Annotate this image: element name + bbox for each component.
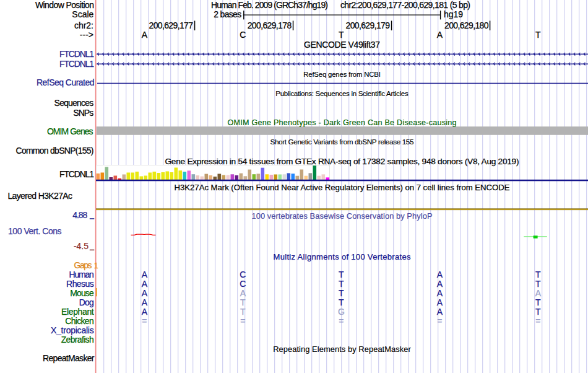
svg-text:Publications: Sequences in Sci: Publications: Sequences in Scientific Ar… xyxy=(275,89,409,97)
svg-text:G: G xyxy=(338,307,345,317)
svg-text:A: A xyxy=(142,270,148,279)
svg-text:200,629,178: 200,629,178 xyxy=(248,20,292,30)
svg-text:T: T xyxy=(339,288,344,298)
svg-text:T: T xyxy=(535,30,541,40)
svg-text:hg19: hg19 xyxy=(444,9,463,19)
svg-text:A: A xyxy=(437,30,443,40)
svg-text:Repeating Elements by RepeatMa: Repeating Elements by RepeatMasker xyxy=(273,344,411,354)
svg-text:=: = xyxy=(535,316,540,326)
svg-text:200,629,179: 200,629,179 xyxy=(346,20,391,30)
svg-text:T: T xyxy=(535,270,541,279)
svg-text:Short Genetic Variants from db: Short Genetic Variants from dbSNP releas… xyxy=(270,138,414,146)
svg-text:A: A xyxy=(142,297,148,307)
svg-text:Scale: Scale xyxy=(72,9,93,19)
svg-text:A: A xyxy=(437,270,443,279)
svg-text:Window Position: Window Position xyxy=(35,0,94,10)
svg-text:T: T xyxy=(240,307,246,317)
svg-text:Sequences: Sequences xyxy=(54,98,94,108)
svg-text:T: T xyxy=(535,297,541,307)
svg-text:200,629,177: 200,629,177 xyxy=(149,20,194,30)
svg-text:C: C xyxy=(240,279,246,289)
svg-text:T: T xyxy=(339,279,344,289)
svg-text:100 Vert. Cons: 100 Vert. Cons xyxy=(8,226,62,236)
svg-text:A: A xyxy=(437,307,443,317)
svg-text:A: A xyxy=(142,30,148,40)
svg-text:OMIM Genes: OMIM Genes xyxy=(47,126,93,136)
svg-text:OMIM Gene Phenotypes - Dark Gr: OMIM Gene Phenotypes - Dark Green Can Be… xyxy=(228,118,457,127)
svg-text:A: A xyxy=(240,288,246,298)
svg-text:T: T xyxy=(339,297,344,307)
svg-text:Rhesus: Rhesus xyxy=(66,279,94,289)
svg-text:Human: Human xyxy=(69,270,94,279)
svg-text:T: T xyxy=(339,270,344,279)
svg-text:chr2:: chr2: xyxy=(74,20,93,30)
svg-text:2 bases: 2 bases xyxy=(214,9,241,19)
svg-text:GENCODE V49lift37: GENCODE V49lift37 xyxy=(304,40,380,50)
svg-text:C: C xyxy=(240,270,246,279)
svg-text:=: = xyxy=(142,316,147,326)
svg-text:A: A xyxy=(142,307,148,317)
svg-text:100 vertebrates Basewise Conse: 100 vertebrates Basewise Conservation by… xyxy=(252,211,433,221)
svg-text:C: C xyxy=(240,30,246,40)
svg-text:Human Feb. 2009 (GRCh37/hg19): Human Feb. 2009 (GRCh37/hg19) xyxy=(211,0,328,10)
svg-text:SNPs: SNPs xyxy=(73,108,93,118)
svg-text:4.88: 4.88 xyxy=(72,210,87,220)
svg-text:Common dbSNP(155): Common dbSNP(155) xyxy=(16,146,94,156)
svg-text:200,629,180: 200,629,180 xyxy=(444,20,489,30)
svg-text:Mouse: Mouse xyxy=(70,288,94,298)
svg-text:A: A xyxy=(437,288,443,298)
svg-text:T: T xyxy=(339,30,344,40)
svg-text:A: A xyxy=(437,279,443,289)
svg-text:Chicken: Chicken xyxy=(65,316,94,326)
svg-text:A: A xyxy=(142,279,148,289)
svg-text:=: = xyxy=(240,316,245,326)
svg-text:=: = xyxy=(339,316,344,326)
svg-text:A: A xyxy=(142,288,148,298)
svg-text:FTCDNL1: FTCDNL1 xyxy=(59,169,94,179)
svg-text:RefSeq genes from NCBI: RefSeq genes from NCBI xyxy=(303,71,381,78)
svg-text:RefSeq Curated: RefSeq Curated xyxy=(37,77,95,87)
svg-text:FTCDNL1: FTCDNL1 xyxy=(59,59,94,69)
svg-text:RepeatMasker: RepeatMasker xyxy=(43,353,95,363)
svg-text:Multiz Alignments of 100 Verte: Multiz Alignments of 100 Vertebrates xyxy=(274,252,412,261)
svg-text:Gene Expression in 54 tissues: Gene Expression in 54 tissues from GTEx … xyxy=(165,157,519,166)
svg-text:Dog: Dog xyxy=(79,297,94,307)
svg-text:--->: ---> xyxy=(80,30,93,40)
svg-text:T: T xyxy=(535,307,541,317)
svg-text:-4.5: -4.5 xyxy=(74,241,89,251)
svg-text:1: 1 xyxy=(94,261,98,270)
svg-text:Elephant: Elephant xyxy=(61,307,94,317)
svg-text:FTCDNL1: FTCDNL1 xyxy=(59,49,94,59)
svg-text:chr2:200,629,177-200,629,181 (: chr2:200,629,177-200,629,181 (5 bp) xyxy=(340,0,470,10)
svg-text:Gaps: Gaps xyxy=(74,260,92,270)
svg-text:X_tropicalis: X_tropicalis xyxy=(51,325,94,335)
svg-text:Zebrafish: Zebrafish xyxy=(61,335,94,344)
svg-text:A: A xyxy=(437,297,443,307)
svg-text:Layered H3K27Ac: Layered H3K27Ac xyxy=(7,191,72,201)
svg-text:A: A xyxy=(535,288,542,298)
svg-text:T: T xyxy=(535,279,541,289)
svg-text:=: = xyxy=(437,316,442,326)
svg-text:H3K27Ac Mark (Often Found Near: H3K27Ac Mark (Often Found Near Active Re… xyxy=(175,183,510,192)
svg-text:T: T xyxy=(240,297,246,307)
